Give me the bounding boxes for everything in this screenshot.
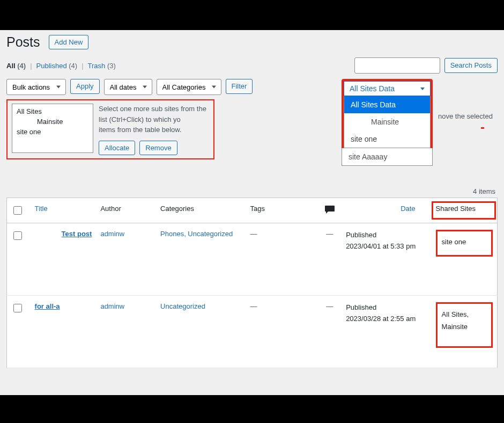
shared-sites-cell: All Sites, Mainsite	[432, 296, 498, 368]
apply-button[interactable]: Apply	[70, 79, 100, 94]
comments-cell: —	[317, 296, 342, 368]
dates-select[interactable]: All dates	[104, 79, 152, 95]
sites-multiselect[interactable]: All Sites Mainsite site one	[12, 104, 93, 153]
table-header-row: Title Author Categories Tags Date Shared…	[7, 198, 498, 223]
date-status: Published	[346, 231, 376, 239]
allocate-help-text: Select one more sub sites from the list …	[99, 104, 209, 155]
items-count: 4 items	[6, 187, 495, 195]
table-row: Test post adminw Phones, Uncategorized —…	[7, 223, 498, 296]
categories-select[interactable]: All Categories	[157, 79, 221, 95]
page-header: Posts Add New	[6, 34, 498, 50]
annotation-box: site one	[436, 230, 493, 257]
comment-icon	[324, 205, 335, 214]
search-input[interactable]	[354, 57, 440, 74]
sites-data-list: All Sites Data Mainsite site one	[344, 96, 431, 148]
post-title: for all-a	[35, 302, 60, 310]
sites-data-dropdown: All Sites Data All Sites Data Mainsite s…	[342, 79, 433, 150]
sites-data-trigger[interactable]: All Sites Data	[344, 81, 431, 96]
shared-sites-value: site one	[442, 238, 466, 246]
posts-table: Title Author Categories Tags Date Shared…	[6, 198, 498, 368]
view-trash-count: (3)	[107, 62, 116, 70]
multiselect-option[interactable]: site one	[12, 127, 93, 137]
view-all-label: All	[6, 62, 16, 70]
multiselect-option[interactable]: Mainsite	[12, 116, 93, 127]
allocate-button[interactable]: Allocate	[99, 141, 135, 156]
column-comments[interactable]	[317, 198, 342, 223]
categories-link[interactable]: Phones, Uncategorized	[160, 230, 233, 238]
dropdown-item-site-one[interactable]: site one	[344, 130, 430, 148]
author-link[interactable]: adminw	[100, 230, 124, 238]
view-published-label: Published	[36, 62, 67, 70]
date-value: 2023/04/01 at 5:33 pm	[346, 242, 416, 250]
sites-data-trigger-label: All Sites Data	[350, 84, 395, 93]
column-title[interactable]: Title	[31, 198, 97, 223]
view-trash-label: Trash	[88, 62, 106, 70]
author-link[interactable]: adminw	[100, 302, 124, 310]
help-text-line2: items from the table below.	[99, 126, 182, 134]
views-row: All (4) | Published (4) | Trash (3) Sear…	[6, 57, 498, 74]
view-all[interactable]: All (4)	[6, 62, 26, 70]
dropdown-item-all-sites-data[interactable]: All Sites Data	[344, 96, 430, 113]
add-new-button[interactable]: Add New	[49, 35, 89, 50]
help-text-line1: Select one more sub sites from the list …	[99, 105, 206, 123]
column-shared-sites: Shared Sites	[432, 198, 498, 223]
row-checkbox[interactable]	[13, 304, 22, 312]
tags-cell: —	[246, 223, 318, 296]
date-status: Published	[346, 303, 376, 311]
select-all-header	[7, 198, 31, 223]
column-author[interactable]: Author	[96, 198, 156, 223]
post-title-link[interactable]: for all-a	[35, 302, 60, 310]
column-shared-label: Shared Sites	[436, 205, 476, 213]
view-all-count: (4)	[17, 62, 26, 70]
help-text-fragment: nove the selected	[438, 112, 493, 120]
annotation-box: All Sites, Mainsite	[436, 302, 493, 348]
date-value: 2023/03/28 at 2:55 am	[346, 315, 416, 323]
search-posts-button[interactable]: Search Posts	[444, 58, 498, 73]
status-views: All (4) | Published (4) | Trash (3)	[6, 62, 116, 70]
column-date[interactable]: Date	[342, 198, 431, 223]
table-row: for all-a adminw Uncategorized — — Publi…	[7, 296, 498, 368]
select-all-checkbox[interactable]	[13, 206, 22, 215]
post-title-link[interactable]: Test post	[35, 230, 92, 238]
actions-row: Bulk actions Apply All dates All Categor…	[6, 79, 498, 95]
sites-data-overflow: site Aaaaay	[342, 148, 433, 166]
allocate-panel: All Sites Mainsite site one Select one m…	[6, 99, 214, 159]
filter-button[interactable]: Filter	[226, 79, 253, 94]
annotation-mark	[481, 127, 484, 129]
row-checkbox[interactable]	[13, 231, 22, 240]
search-area: Search Posts	[354, 57, 498, 74]
bulk-actions-select[interactable]: Bulk actions	[6, 79, 66, 95]
comments-cell: —	[317, 223, 342, 296]
chevron-down-icon	[420, 87, 425, 90]
multiselect-option[interactable]: All Sites	[12, 106, 93, 116]
dropdown-item-mainsite[interactable]: Mainsite	[344, 113, 430, 130]
tags-cell: —	[246, 296, 318, 368]
date-cell: Published 2023/04/01 at 5:33 pm	[342, 223, 431, 296]
categories-link[interactable]: Uncategorized	[160, 302, 205, 310]
view-trash[interactable]: Trash (3)	[88, 62, 116, 70]
column-categories: Categories	[156, 198, 246, 223]
page-title: Posts	[6, 34, 40, 50]
post-title: Test post	[62, 230, 92, 238]
view-published[interactable]: Published (4)	[36, 62, 78, 70]
view-published-count: (4)	[69, 62, 77, 70]
dropdown-item-site-aaaay[interactable]: site Aaaaay	[342, 148, 432, 165]
shared-sites-value: All Sites, Mainsite	[442, 310, 469, 331]
shared-sites-cell: site one	[432, 223, 498, 296]
date-cell: Published 2023/03/28 at 2:55 am	[342, 296, 431, 368]
remove-button[interactable]: Remove	[139, 141, 177, 156]
column-tags: Tags	[246, 198, 318, 223]
